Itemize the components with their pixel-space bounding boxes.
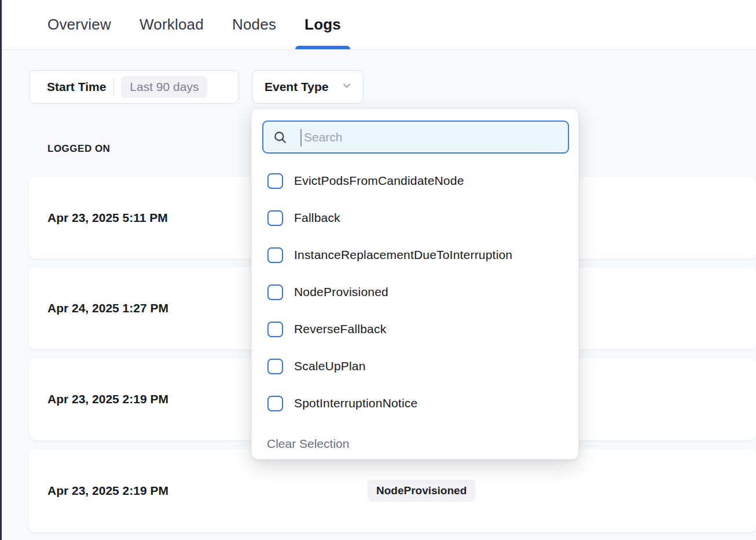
checkbox[interactable] (267, 247, 283, 263)
tab-workload[interactable]: Workload (130, 0, 213, 49)
option-label: ReverseFallback (294, 322, 386, 336)
option-label: EvictPodsFromCandidateNode (294, 174, 464, 188)
option-label: Fallback (294, 211, 340, 225)
sidebar-edge (0, 0, 2, 540)
logged-on-value: Apr 24, 2025 1:27 PM (47, 301, 168, 315)
checkbox[interactable] (267, 284, 283, 300)
checkbox[interactable] (267, 173, 283, 189)
filter-divider (113, 79, 114, 94)
option-label: InstanceReplacementDueToInterruption (294, 248, 512, 262)
checkbox[interactable] (267, 322, 283, 337)
event-type-label: Event Type (265, 80, 328, 94)
checkbox[interactable] (267, 359, 283, 374)
column-header-logged-on: LOGGED ON (47, 143, 110, 155)
event-type-option[interactable]: Fallback (252, 199, 578, 236)
event-type-option[interactable]: NodeProvisioned (252, 273, 578, 311)
event-type-filter-button[interactable]: Event Type (252, 70, 364, 104)
start-time-filter-button[interactable]: Start Time Last 90 days (29, 70, 239, 104)
chevron-down-icon (341, 80, 353, 94)
tab-label: Workload (140, 16, 204, 34)
logged-on-value: Apr 23, 2025 5:11 PM (47, 211, 168, 225)
logged-on-value: Apr 23, 2025 2:19 PM (47, 392, 168, 406)
tab-logs[interactable]: Logs (295, 0, 350, 49)
event-type-option[interactable]: ReverseFallback (252, 311, 578, 348)
option-label: SpotInterruptionNotice (294, 396, 417, 410)
tab-label: Overview (47, 16, 111, 34)
option-label: NodeProvisioned (294, 285, 388, 299)
start-time-label: Start Time (47, 80, 106, 94)
tabs-container: OverviewWorkloadNodesLogs (38, 0, 350, 49)
event-type-dropdown-panel: EvictPodsFromCandidateNodeFallbackInstan… (251, 108, 579, 459)
event-type-option[interactable]: EvictPodsFromCandidateNode (252, 162, 578, 199)
dropdown-search-box (262, 121, 569, 154)
tab-overview[interactable]: Overview (38, 0, 120, 49)
tab-label: Nodes (232, 16, 276, 34)
clear-selection-link[interactable]: Clear Selection (267, 431, 349, 457)
start-time-value-pill: Last 90 days (121, 76, 207, 98)
event-type-options-list: EvictPodsFromCandidateNodeFallbackInstan… (252, 162, 578, 422)
tab-label: Logs (304, 16, 341, 34)
table-row[interactable]: Apr 23, 2025 2:19 PMNodeProvisioned (29, 449, 756, 532)
event-type-option[interactable]: ScaleUpPlan (252, 348, 578, 385)
option-label: ScaleUpPlan (294, 359, 366, 373)
event-type-option[interactable]: InstanceReplacementDueToInterruption (252, 236, 578, 273)
event-type-option[interactable]: SpotInterruptionNotice (252, 385, 578, 422)
tab-nodes[interactable]: Nodes (223, 0, 285, 49)
checkbox[interactable] (267, 210, 283, 226)
search-input[interactable] (263, 122, 568, 152)
logged-on-value: Apr 23, 2025 2:19 PM (47, 484, 168, 498)
event-type-badge: NodeProvisioned (368, 480, 475, 502)
tab-bar: OverviewWorkloadNodesLogs (0, 0, 756, 50)
checkbox[interactable] (267, 396, 283, 411)
